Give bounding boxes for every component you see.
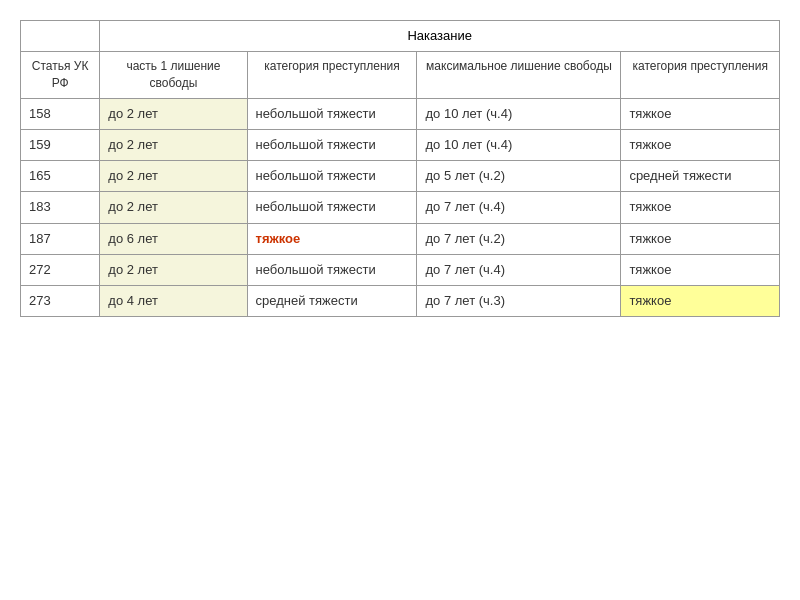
table-row: 165до 2 летнебольшой тяжестидо 5 лет (ч.… — [21, 161, 780, 192]
table-row: 187до 6 леттяжкоедо 7 лет (ч.2)тяжкое — [21, 223, 780, 254]
cell-max: до 5 лет (ч.2) — [417, 161, 621, 192]
cell-kat2: тяжкое — [621, 285, 780, 316]
cell-statya: 183 — [21, 192, 100, 223]
main-table: Наказание Статья УК РФ часть 1 лишение с… — [20, 20, 780, 317]
cell-kat2: тяжкое — [621, 192, 780, 223]
table-row: 272до 2 летнебольшой тяжестидо 7 лет (ч.… — [21, 254, 780, 285]
cell-statya: 187 — [21, 223, 100, 254]
cell-kat2: тяжкое — [621, 254, 780, 285]
cell-kat1: средней тяжести — [247, 285, 417, 316]
cell-kat2: средней тяжести — [621, 161, 780, 192]
cell-part1: до 2 лет — [100, 129, 247, 160]
cell-max: до 7 лет (ч.3) — [417, 285, 621, 316]
cell-part1: до 2 лет — [100, 192, 247, 223]
cell-statya: 159 — [21, 129, 100, 160]
cell-kat1: небольшой тяжести — [247, 192, 417, 223]
cell-kat1: небольшой тяжести — [247, 129, 417, 160]
cell-max: до 10 лет (ч.4) — [417, 98, 621, 129]
cell-max: до 7 лет (ч.2) — [417, 223, 621, 254]
cell-part1: до 2 лет — [100, 98, 247, 129]
header-part1: часть 1 лишение свободы — [100, 52, 247, 99]
kat1-red-text: тяжкое — [256, 231, 301, 246]
header-kat1: категория преступления — [247, 52, 417, 99]
header-nakazanie: Наказание — [100, 21, 780, 52]
cell-kat2: тяжкое — [621, 129, 780, 160]
cell-max: до 7 лет (ч.4) — [417, 254, 621, 285]
cell-kat1: тяжкое — [247, 223, 417, 254]
header-max: максимальное лишение свободы — [417, 52, 621, 99]
cell-statya: 158 — [21, 98, 100, 129]
table-row: 159до 2 летнебольшой тяжестидо 10 лет (ч… — [21, 129, 780, 160]
cell-kat1: небольшой тяжести — [247, 161, 417, 192]
cell-kat2: тяжкое — [621, 223, 780, 254]
header-kat2: категория преступления — [621, 52, 780, 99]
table-row: 158до 2 летнебольшой тяжестидо 10 лет (ч… — [21, 98, 780, 129]
cell-statya: 273 — [21, 285, 100, 316]
cell-part1: до 6 лет — [100, 223, 247, 254]
table-container: Наказание Статья УК РФ часть 1 лишение с… — [20, 20, 780, 317]
cell-part1: до 4 лет — [100, 285, 247, 316]
table-row: 183до 2 летнебольшой тяжестидо 7 лет (ч.… — [21, 192, 780, 223]
cell-part1: до 2 лет — [100, 161, 247, 192]
header-empty — [21, 21, 100, 52]
cell-kat1: небольшой тяжести — [247, 254, 417, 285]
header-statya: Статья УК РФ — [21, 52, 100, 99]
cell-max: до 10 лет (ч.4) — [417, 129, 621, 160]
cell-statya: 165 — [21, 161, 100, 192]
cell-max: до 7 лет (ч.4) — [417, 192, 621, 223]
cell-kat2: тяжкое — [621, 98, 780, 129]
cell-statya: 272 — [21, 254, 100, 285]
table-row: 273до 4 летсредней тяжестидо 7 лет (ч.3)… — [21, 285, 780, 316]
cell-part1: до 2 лет — [100, 254, 247, 285]
cell-kat1: небольшой тяжести — [247, 98, 417, 129]
